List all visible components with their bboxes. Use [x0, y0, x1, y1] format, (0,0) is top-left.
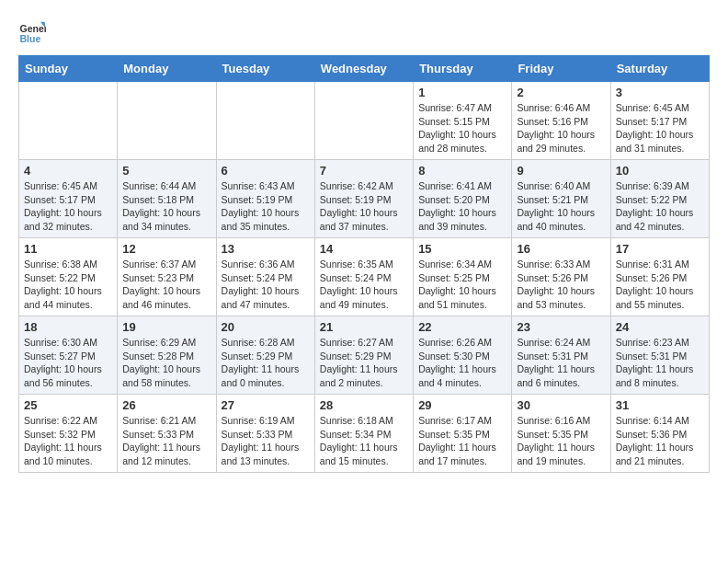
day-info: Sunrise: 6:19 AM Sunset: 5:33 PM Dayligh…	[222, 414, 310, 468]
day-number: 20	[222, 320, 310, 334]
week-row-1: 1Sunrise: 6:47 AM Sunset: 5:15 PM Daylig…	[19, 82, 710, 160]
day-cell: 6Sunrise: 6:43 AM Sunset: 5:19 PM Daylig…	[216, 160, 314, 238]
day-number: 3	[616, 86, 704, 99]
header-saturday: Saturday	[610, 56, 709, 82]
svg-text:Blue: Blue	[20, 33, 41, 44]
day-number: 6	[222, 164, 310, 178]
day-info: Sunrise: 6:37 AM Sunset: 5:23 PM Dayligh…	[122, 258, 210, 312]
day-cell: 7Sunrise: 6:42 AM Sunset: 5:19 PM Daylig…	[314, 160, 413, 238]
day-info: Sunrise: 6:29 AM Sunset: 5:28 PM Dayligh…	[122, 336, 210, 390]
day-number: 2	[517, 86, 605, 99]
day-cell: 22Sunrise: 6:26 AM Sunset: 5:30 PM Dayli…	[414, 316, 512, 395]
day-number: 7	[320, 164, 408, 178]
day-info: Sunrise: 6:35 AM Sunset: 5:24 PM Dayligh…	[320, 258, 408, 312]
day-number: 17	[616, 242, 704, 256]
day-info: Sunrise: 6:42 AM Sunset: 5:19 PM Dayligh…	[320, 179, 408, 234]
day-info: Sunrise: 6:47 AM Sunset: 5:15 PM Dayligh…	[418, 101, 506, 155]
day-cell: 13Sunrise: 6:36 AM Sunset: 5:24 PM Dayli…	[216, 238, 314, 316]
day-info: Sunrise: 6:26 AM Sunset: 5:30 PM Dayligh…	[418, 336, 506, 390]
day-info: Sunrise: 6:41 AM Sunset: 5:20 PM Dayligh…	[418, 179, 506, 234]
day-info: Sunrise: 6:36 AM Sunset: 5:24 PM Dayligh…	[222, 258, 310, 312]
day-info: Sunrise: 6:39 AM Sunset: 5:22 PM Dayligh…	[616, 179, 704, 234]
day-info: Sunrise: 6:45 AM Sunset: 5:17 PM Dayligh…	[24, 179, 112, 234]
day-number: 9	[517, 164, 605, 178]
day-info: Sunrise: 6:31 AM Sunset: 5:26 PM Dayligh…	[616, 258, 704, 312]
day-info: Sunrise: 6:43 AM Sunset: 5:19 PM Dayligh…	[222, 179, 310, 234]
day-number: 15	[418, 242, 506, 256]
day-cell: 15Sunrise: 6:34 AM Sunset: 5:25 PM Dayli…	[414, 238, 512, 316]
day-cell	[216, 82, 314, 160]
day-info: Sunrise: 6:28 AM Sunset: 5:29 PM Dayligh…	[222, 336, 310, 390]
page-header: General Blue	[18, 18, 710, 46]
day-cell: 5Sunrise: 6:44 AM Sunset: 5:18 PM Daylig…	[118, 160, 216, 238]
day-number: 18	[24, 320, 112, 334]
day-cell: 8Sunrise: 6:41 AM Sunset: 5:20 PM Daylig…	[414, 160, 512, 238]
header-friday: Friday	[512, 56, 610, 82]
day-number: 29	[418, 398, 506, 412]
day-info: Sunrise: 6:44 AM Sunset: 5:18 PM Dayligh…	[122, 179, 210, 234]
day-number: 16	[517, 242, 605, 256]
day-cell	[314, 82, 413, 160]
day-number: 22	[418, 320, 506, 334]
day-cell: 25Sunrise: 6:22 AM Sunset: 5:32 PM Dayli…	[19, 395, 118, 473]
day-number: 25	[24, 398, 112, 412]
day-cell	[118, 82, 216, 160]
day-number: 21	[320, 320, 408, 334]
day-cell: 19Sunrise: 6:29 AM Sunset: 5:28 PM Dayli…	[118, 316, 216, 395]
week-row-5: 25Sunrise: 6:22 AM Sunset: 5:32 PM Dayli…	[19, 395, 710, 473]
day-info: Sunrise: 6:34 AM Sunset: 5:25 PM Dayligh…	[418, 258, 506, 312]
day-info: Sunrise: 6:16 AM Sunset: 5:35 PM Dayligh…	[517, 414, 605, 468]
day-cell: 26Sunrise: 6:21 AM Sunset: 5:33 PM Dayli…	[118, 395, 216, 473]
day-cell: 10Sunrise: 6:39 AM Sunset: 5:22 PM Dayli…	[610, 160, 709, 238]
day-cell: 16Sunrise: 6:33 AM Sunset: 5:26 PM Dayli…	[512, 238, 610, 316]
day-cell: 30Sunrise: 6:16 AM Sunset: 5:35 PM Dayli…	[512, 395, 610, 473]
day-info: Sunrise: 6:18 AM Sunset: 5:34 PM Dayligh…	[320, 414, 408, 468]
day-cell: 17Sunrise: 6:31 AM Sunset: 5:26 PM Dayli…	[610, 238, 709, 316]
day-number: 5	[122, 164, 210, 178]
day-cell: 28Sunrise: 6:18 AM Sunset: 5:34 PM Dayli…	[314, 395, 413, 473]
day-cell: 23Sunrise: 6:24 AM Sunset: 5:31 PM Dayli…	[512, 316, 610, 395]
day-number: 13	[222, 242, 310, 256]
logo: General Blue	[18, 18, 50, 46]
day-cell: 1Sunrise: 6:47 AM Sunset: 5:15 PM Daylig…	[414, 82, 512, 160]
day-number: 24	[616, 320, 704, 334]
day-number: 4	[24, 164, 112, 178]
day-info: Sunrise: 6:22 AM Sunset: 5:32 PM Dayligh…	[24, 414, 112, 468]
header-row: SundayMondayTuesdayWednesdayThursdayFrid…	[19, 56, 710, 82]
day-info: Sunrise: 6:21 AM Sunset: 5:33 PM Dayligh…	[122, 414, 210, 468]
day-number: 26	[122, 398, 210, 412]
week-row-4: 18Sunrise: 6:30 AM Sunset: 5:27 PM Dayli…	[19, 316, 710, 395]
day-cell: 14Sunrise: 6:35 AM Sunset: 5:24 PM Dayli…	[314, 238, 413, 316]
week-row-3: 11Sunrise: 6:38 AM Sunset: 5:22 PM Dayli…	[19, 238, 710, 316]
day-number: 10	[616, 164, 704, 178]
day-info: Sunrise: 6:24 AM Sunset: 5:31 PM Dayligh…	[517, 336, 605, 390]
day-cell	[19, 82, 118, 160]
day-info: Sunrise: 6:23 AM Sunset: 5:31 PM Dayligh…	[616, 336, 704, 390]
day-info: Sunrise: 6:30 AM Sunset: 5:27 PM Dayligh…	[24, 336, 112, 390]
day-info: Sunrise: 6:46 AM Sunset: 5:16 PM Dayligh…	[517, 101, 605, 155]
logo-icon: General Blue	[18, 18, 46, 46]
calendar-table: SundayMondayTuesdayWednesdayThursdayFrid…	[18, 55, 710, 473]
day-cell: 29Sunrise: 6:17 AM Sunset: 5:35 PM Dayli…	[414, 395, 512, 473]
day-cell: 3Sunrise: 6:45 AM Sunset: 5:17 PM Daylig…	[610, 82, 709, 160]
day-number: 12	[122, 242, 210, 256]
day-number: 28	[320, 398, 408, 412]
day-cell: 2Sunrise: 6:46 AM Sunset: 5:16 PM Daylig…	[512, 82, 610, 160]
day-cell: 21Sunrise: 6:27 AM Sunset: 5:29 PM Dayli…	[314, 316, 413, 395]
day-cell: 4Sunrise: 6:45 AM Sunset: 5:17 PM Daylig…	[19, 160, 118, 238]
day-cell: 18Sunrise: 6:30 AM Sunset: 5:27 PM Dayli…	[19, 316, 118, 395]
day-cell: 9Sunrise: 6:40 AM Sunset: 5:21 PM Daylig…	[512, 160, 610, 238]
day-number: 23	[517, 320, 605, 334]
day-number: 14	[320, 242, 408, 256]
day-info: Sunrise: 6:38 AM Sunset: 5:22 PM Dayligh…	[24, 258, 112, 312]
day-number: 27	[222, 398, 310, 412]
day-cell: 12Sunrise: 6:37 AM Sunset: 5:23 PM Dayli…	[118, 238, 216, 316]
day-number: 11	[24, 242, 112, 256]
day-cell: 31Sunrise: 6:14 AM Sunset: 5:36 PM Dayli…	[610, 395, 709, 473]
day-number: 30	[517, 398, 605, 412]
day-info: Sunrise: 6:17 AM Sunset: 5:35 PM Dayligh…	[418, 414, 506, 468]
day-info: Sunrise: 6:33 AM Sunset: 5:26 PM Dayligh…	[517, 258, 605, 312]
day-cell: 27Sunrise: 6:19 AM Sunset: 5:33 PM Dayli…	[216, 395, 314, 473]
header-wednesday: Wednesday	[314, 56, 413, 82]
day-number: 8	[418, 164, 506, 178]
